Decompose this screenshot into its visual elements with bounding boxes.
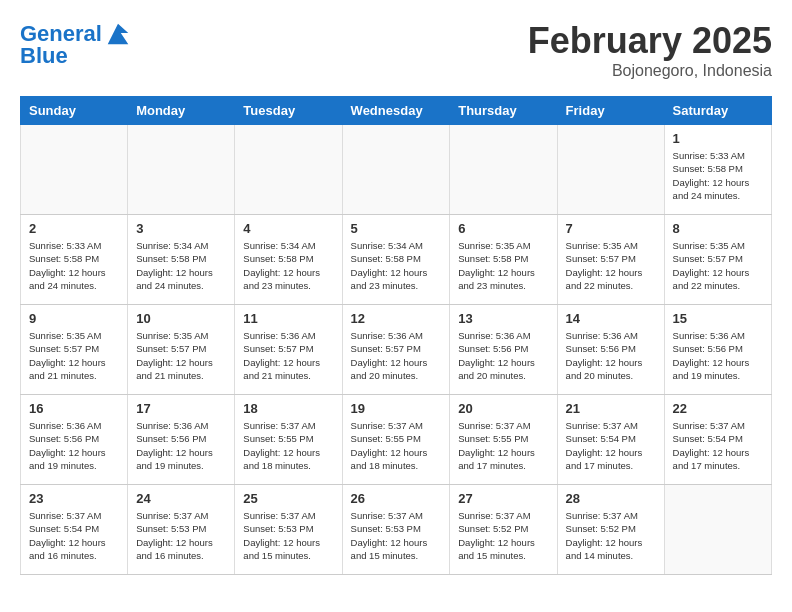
day-cell-26: 26Sunrise: 5:37 AM Sunset: 5:53 PM Dayli… — [342, 485, 450, 575]
day-info: Sunrise: 5:34 AM Sunset: 5:58 PM Dayligh… — [136, 239, 226, 292]
day-cell-15: 15Sunrise: 5:36 AM Sunset: 5:56 PM Dayli… — [664, 305, 771, 395]
day-number: 3 — [136, 221, 226, 236]
day-info: Sunrise: 5:37 AM Sunset: 5:55 PM Dayligh… — [458, 419, 548, 472]
day-info: Sunrise: 5:34 AM Sunset: 5:58 PM Dayligh… — [351, 239, 442, 292]
day-cell-12: 12Sunrise: 5:36 AM Sunset: 5:57 PM Dayli… — [342, 305, 450, 395]
day-info: Sunrise: 5:37 AM Sunset: 5:53 PM Dayligh… — [243, 509, 333, 562]
day-cell-21: 21Sunrise: 5:37 AM Sunset: 5:54 PM Dayli… — [557, 395, 664, 485]
empty-cell — [450, 125, 557, 215]
week-row-3: 9Sunrise: 5:35 AM Sunset: 5:57 PM Daylig… — [21, 305, 772, 395]
day-number: 16 — [29, 401, 119, 416]
calendar-header-row: SundayMondayTuesdayWednesdayThursdayFrid… — [21, 97, 772, 125]
day-info: Sunrise: 5:36 AM Sunset: 5:57 PM Dayligh… — [243, 329, 333, 382]
day-info: Sunrise: 5:37 AM Sunset: 5:52 PM Dayligh… — [566, 509, 656, 562]
day-cell-24: 24Sunrise: 5:37 AM Sunset: 5:53 PM Dayli… — [128, 485, 235, 575]
day-number: 19 — [351, 401, 442, 416]
day-cell-5: 5Sunrise: 5:34 AM Sunset: 5:58 PM Daylig… — [342, 215, 450, 305]
header: General Blue February 2025 Bojonegoro, I… — [20, 20, 772, 80]
day-number: 18 — [243, 401, 333, 416]
day-number: 17 — [136, 401, 226, 416]
col-header-friday: Friday — [557, 97, 664, 125]
day-info: Sunrise: 5:35 AM Sunset: 5:58 PM Dayligh… — [458, 239, 548, 292]
day-cell-7: 7Sunrise: 5:35 AM Sunset: 5:57 PM Daylig… — [557, 215, 664, 305]
day-number: 2 — [29, 221, 119, 236]
day-number: 5 — [351, 221, 442, 236]
day-number: 9 — [29, 311, 119, 326]
day-number: 24 — [136, 491, 226, 506]
logo-text2: Blue — [20, 44, 68, 68]
title-block: February 2025 Bojonegoro, Indonesia — [528, 20, 772, 80]
day-info: Sunrise: 5:36 AM Sunset: 5:56 PM Dayligh… — [566, 329, 656, 382]
day-cell-27: 27Sunrise: 5:37 AM Sunset: 5:52 PM Dayli… — [450, 485, 557, 575]
day-number: 11 — [243, 311, 333, 326]
day-info: Sunrise: 5:33 AM Sunset: 5:58 PM Dayligh… — [29, 239, 119, 292]
week-row-2: 2Sunrise: 5:33 AM Sunset: 5:58 PM Daylig… — [21, 215, 772, 305]
day-number: 10 — [136, 311, 226, 326]
day-number: 20 — [458, 401, 548, 416]
day-info: Sunrise: 5:37 AM Sunset: 5:53 PM Dayligh… — [136, 509, 226, 562]
col-header-monday: Monday — [128, 97, 235, 125]
day-info: Sunrise: 5:35 AM Sunset: 5:57 PM Dayligh… — [29, 329, 119, 382]
col-header-tuesday: Tuesday — [235, 97, 342, 125]
day-cell-14: 14Sunrise: 5:36 AM Sunset: 5:56 PM Dayli… — [557, 305, 664, 395]
day-info: Sunrise: 5:37 AM Sunset: 5:52 PM Dayligh… — [458, 509, 548, 562]
col-header-sunday: Sunday — [21, 97, 128, 125]
day-info: Sunrise: 5:36 AM Sunset: 5:57 PM Dayligh… — [351, 329, 442, 382]
empty-cell — [235, 125, 342, 215]
day-number: 4 — [243, 221, 333, 236]
day-number: 27 — [458, 491, 548, 506]
day-cell-10: 10Sunrise: 5:35 AM Sunset: 5:57 PM Dayli… — [128, 305, 235, 395]
svg-marker-0 — [108, 24, 129, 45]
day-number: 28 — [566, 491, 656, 506]
day-number: 7 — [566, 221, 656, 236]
day-number: 21 — [566, 401, 656, 416]
day-number: 26 — [351, 491, 442, 506]
day-cell-25: 25Sunrise: 5:37 AM Sunset: 5:53 PM Dayli… — [235, 485, 342, 575]
day-cell-9: 9Sunrise: 5:35 AM Sunset: 5:57 PM Daylig… — [21, 305, 128, 395]
day-info: Sunrise: 5:35 AM Sunset: 5:57 PM Dayligh… — [566, 239, 656, 292]
day-number: 23 — [29, 491, 119, 506]
week-row-1: 1Sunrise: 5:33 AM Sunset: 5:58 PM Daylig… — [21, 125, 772, 215]
day-cell-19: 19Sunrise: 5:37 AM Sunset: 5:55 PM Dayli… — [342, 395, 450, 485]
logo: General Blue — [20, 20, 132, 68]
day-info: Sunrise: 5:37 AM Sunset: 5:55 PM Dayligh… — [351, 419, 442, 472]
day-info: Sunrise: 5:37 AM Sunset: 5:55 PM Dayligh… — [243, 419, 333, 472]
day-info: Sunrise: 5:36 AM Sunset: 5:56 PM Dayligh… — [673, 329, 763, 382]
empty-cell — [342, 125, 450, 215]
day-number: 15 — [673, 311, 763, 326]
empty-cell — [664, 485, 771, 575]
day-number: 22 — [673, 401, 763, 416]
empty-cell — [557, 125, 664, 215]
day-number: 6 — [458, 221, 548, 236]
day-cell-17: 17Sunrise: 5:36 AM Sunset: 5:56 PM Dayli… — [128, 395, 235, 485]
day-info: Sunrise: 5:37 AM Sunset: 5:53 PM Dayligh… — [351, 509, 442, 562]
week-row-4: 16Sunrise: 5:36 AM Sunset: 5:56 PM Dayli… — [21, 395, 772, 485]
day-cell-28: 28Sunrise: 5:37 AM Sunset: 5:52 PM Dayli… — [557, 485, 664, 575]
page: General Blue February 2025 Bojonegoro, I… — [0, 0, 792, 595]
day-info: Sunrise: 5:36 AM Sunset: 5:56 PM Dayligh… — [136, 419, 226, 472]
day-cell-16: 16Sunrise: 5:36 AM Sunset: 5:56 PM Dayli… — [21, 395, 128, 485]
day-info: Sunrise: 5:36 AM Sunset: 5:56 PM Dayligh… — [458, 329, 548, 382]
day-info: Sunrise: 5:33 AM Sunset: 5:58 PM Dayligh… — [673, 149, 763, 202]
location-subtitle: Bojonegoro, Indonesia — [528, 62, 772, 80]
day-info: Sunrise: 5:37 AM Sunset: 5:54 PM Dayligh… — [29, 509, 119, 562]
day-number: 13 — [458, 311, 548, 326]
day-number: 25 — [243, 491, 333, 506]
day-cell-23: 23Sunrise: 5:37 AM Sunset: 5:54 PM Dayli… — [21, 485, 128, 575]
day-cell-8: 8Sunrise: 5:35 AM Sunset: 5:57 PM Daylig… — [664, 215, 771, 305]
col-header-saturday: Saturday — [664, 97, 771, 125]
month-title: February 2025 — [528, 20, 772, 62]
day-info: Sunrise: 5:35 AM Sunset: 5:57 PM Dayligh… — [136, 329, 226, 382]
day-cell-13: 13Sunrise: 5:36 AM Sunset: 5:56 PM Dayli… — [450, 305, 557, 395]
day-cell-2: 2Sunrise: 5:33 AM Sunset: 5:58 PM Daylig… — [21, 215, 128, 305]
col-header-wednesday: Wednesday — [342, 97, 450, 125]
logo-icon — [104, 20, 132, 48]
empty-cell — [128, 125, 235, 215]
day-cell-3: 3Sunrise: 5:34 AM Sunset: 5:58 PM Daylig… — [128, 215, 235, 305]
day-info: Sunrise: 5:37 AM Sunset: 5:54 PM Dayligh… — [673, 419, 763, 472]
day-number: 1 — [673, 131, 763, 146]
day-number: 12 — [351, 311, 442, 326]
day-cell-4: 4Sunrise: 5:34 AM Sunset: 5:58 PM Daylig… — [235, 215, 342, 305]
day-info: Sunrise: 5:36 AM Sunset: 5:56 PM Dayligh… — [29, 419, 119, 472]
week-row-5: 23Sunrise: 5:37 AM Sunset: 5:54 PM Dayli… — [21, 485, 772, 575]
